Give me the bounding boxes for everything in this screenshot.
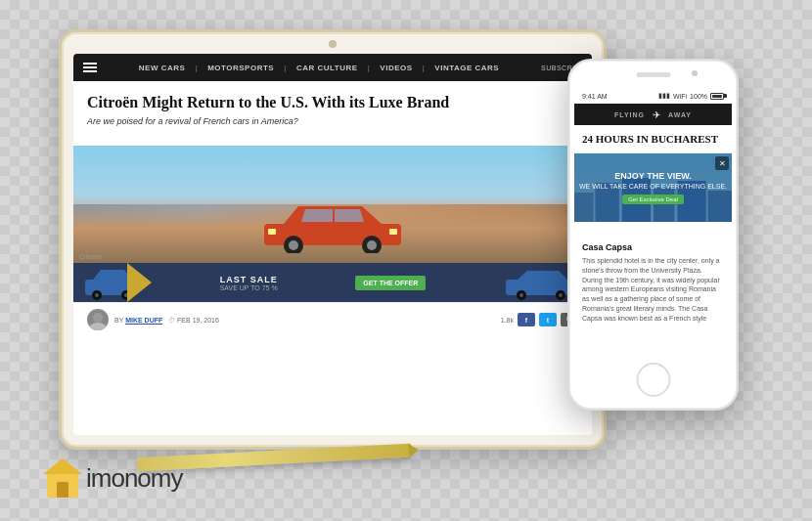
battery-icon <box>710 93 724 100</box>
ad-cta-button[interactable]: GET THE OFFER <box>355 276 426 290</box>
phone-navbar: FLYING ✈ AWAY <box>574 104 732 125</box>
phone-ad-area: ✕ <box>574 153 732 237</box>
svg-rect-8 <box>389 229 397 235</box>
ad-last-sale-label: LAST SALE <box>220 275 278 284</box>
share-count: 1.8k <box>501 317 514 324</box>
nav-link-motorsports[interactable]: MOTORSPORTS <box>195 64 274 72</box>
phone-ad-headline: ENJOY THE VIEW. WE WILL TAKE CARE OF EVE… <box>579 171 727 192</box>
svg-marker-11 <box>93 270 132 280</box>
phone-screen: 9:41 AM ▮▮▮ WiFi 100% FLYING ✈ AWAY 24 H… <box>574 88 732 360</box>
phone-body-text: This splendid hotel is in the city cente… <box>582 256 724 324</box>
ad-text-area: LAST SALE SAVE UP TO 75 % <box>220 275 278 291</box>
author-name-link[interactable]: MIKE DUFF <box>125 317 162 324</box>
tablet-frame: NEW CARS MOTORSPORTS CAR CULTURE VIDEOS … <box>59 29 607 450</box>
svg-point-21 <box>559 293 563 297</box>
tablet-navbar: NEW CARS MOTORSPORTS CAR CULTURE VIDEOS … <box>73 54 592 81</box>
article-subheadline: Are we poised for a revival of French ca… <box>87 116 578 126</box>
logo-text: imonomy <box>86 463 182 494</box>
logo-icon <box>39 455 86 501</box>
nav-link-vintage-cars[interactable]: VINTAGE CARS <box>423 64 500 72</box>
facebook-share-button[interactable]: f <box>518 313 535 326</box>
svg-point-7 <box>367 240 377 250</box>
hamburger-icon[interactable] <box>83 63 97 72</box>
phone-frame: 9:41 AM ▮▮▮ WiFi 100% FLYING ✈ AWAY 24 H… <box>567 59 739 411</box>
phone-device: 9:41 AM ▮▮▮ WiFi 100% FLYING ✈ AWAY 24 H… <box>567 59 739 411</box>
author-by-prefix: BY <box>114 317 123 324</box>
svg-point-19 <box>519 293 523 297</box>
svg-point-22 <box>93 313 103 323</box>
svg-marker-32 <box>43 458 82 474</box>
twitter-share-button[interactable]: t <box>539 313 557 326</box>
tablet-nav-links: NEW CARS MOTORSPORTS CAR CULTURE VIDEOS … <box>109 64 529 72</box>
author-meta: BY MIKE DUFF ⏱ FEB 19, 2016 <box>114 317 495 324</box>
tablet-screen: NEW CARS MOTORSPORTS CAR CULTURE VIDEOS … <box>73 54 592 435</box>
plane-icon: ✈ <box>653 109 660 120</box>
clock-icon: ⏱ <box>168 317 175 324</box>
svg-point-5 <box>289 240 298 250</box>
car-illustration <box>254 195 411 253</box>
svg-marker-2 <box>301 209 333 222</box>
phone-time: 9:41 AM <box>582 93 608 100</box>
phone-ad-image: ENJOY THE VIEW. WE WILL TAKE CARE OF EVE… <box>574 153 732 222</box>
article-headline: Citroën Might Return to the U.S. With it… <box>87 93 578 111</box>
author-avatar <box>87 309 109 330</box>
phone-camera <box>692 70 698 76</box>
author-date: FEB 19, 2016 <box>177 317 219 324</box>
svg-rect-9 <box>268 229 276 235</box>
nav-link-videos[interactable]: VIDEOS <box>368 64 413 72</box>
tablet-device: NEW CARS MOTORSPORTS CAR CULTURE VIDEOS … <box>59 29 607 450</box>
tablet-camera <box>329 40 337 48</box>
phone-ad-cta-button[interactable]: Get Exclusive Deal <box>622 195 684 204</box>
wifi-icon: WiFi <box>673 93 687 100</box>
svg-rect-33 <box>57 482 68 498</box>
tablet-content-area: Citroën Might Return to the U.S. With it… <box>73 81 592 146</box>
phone-location-title: Casa Capsa <box>582 242 724 252</box>
svg-point-13 <box>95 293 99 297</box>
nav-link-new-cars[interactable]: NEW CARS <box>139 64 186 72</box>
tablet-author-bar: BY MIKE DUFF ⏱ FEB 19, 2016 1.8k f t ✉ <box>73 302 592 336</box>
svg-marker-3 <box>335 209 364 222</box>
phone-ad-overlay: ENJOY THE VIEW. WE WILL TAKE CARE OF EVE… <box>574 153 732 222</box>
nav-link-car-culture[interactable]: CAR CULTURE <box>284 64 357 72</box>
ad-close-button[interactable]: ✕ <box>715 156 729 170</box>
phone-status-bar: 9:41 AM ▮▮▮ WiFi 100% <box>574 88 732 104</box>
battery-label: 100% <box>690 93 707 100</box>
image-caption: Citroen <box>79 253 102 260</box>
phone-nav-flying[interactable]: FLYING <box>614 111 645 118</box>
svg-point-23 <box>89 323 107 330</box>
imonomy-logo: imonomy <box>39 455 182 501</box>
phone-text-content: Casa Capsa This splendid hotel is in the… <box>574 237 732 329</box>
ad-arrow-icon <box>127 263 152 302</box>
article-hero-image: Citroen <box>73 146 592 263</box>
phone-status-right: ▮▮▮ WiFi 100% <box>658 92 724 100</box>
svg-marker-17 <box>518 271 567 280</box>
phone-article-title: 24 HOURS IN BUCHAREST <box>574 125 732 153</box>
ad-save-label: SAVE UP TO 75 % <box>220 284 278 291</box>
phone-home-button[interactable] <box>636 363 670 397</box>
phone-speaker <box>636 72 670 77</box>
phone-nav-away[interactable]: AWAY <box>668 111 692 118</box>
signal-icon: ▮▮▮ <box>658 92 670 100</box>
tablet-ad-banner[interactable]: LAST SALE SAVE UP TO 75 % GET THE OFFER <box>73 263 592 302</box>
